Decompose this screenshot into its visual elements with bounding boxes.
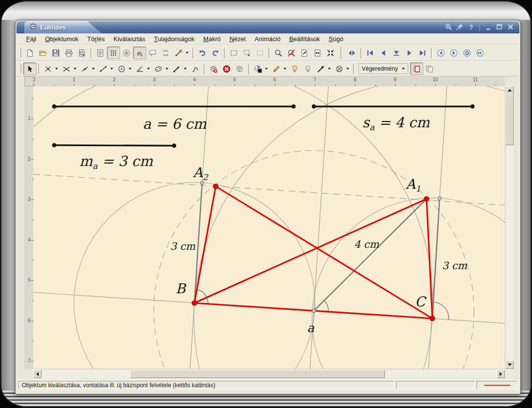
show-object-button[interactable] <box>288 62 301 75</box>
menu-sg[interactable]: Súgó <box>325 34 348 44</box>
point-ma-right[interactable] <box>172 144 177 148</box>
play-button[interactable] <box>447 46 460 59</box>
fit-page-button[interactable] <box>298 46 311 59</box>
construction-circle-B-3cm[interactable] <box>74 182 315 369</box>
foot-point-A1[interactable] <box>438 196 441 200</box>
median-segment[interactable] <box>314 199 427 311</box>
menu-kivlaszts[interactable]: Kiválasztás <box>109 34 149 44</box>
dropdown-arrow-icon[interactable] <box>328 68 331 70</box>
vertical-scrollbar[interactable] <box>505 86 514 369</box>
save-button[interactable] <box>49 46 62 59</box>
point-ma-left[interactable] <box>52 143 57 148</box>
step-first-button[interactable] <box>364 46 377 59</box>
step-next-button[interactable] <box>403 46 416 59</box>
menu-belltsok[interactable]: Beállítások <box>285 34 325 44</box>
vertical-scroll-thumb[interactable] <box>505 94 514 145</box>
vector-tool-button[interactable] <box>170 62 183 75</box>
dropdown-arrow-icon[interactable] <box>92 68 95 70</box>
angle-arc-M[interactable] <box>324 301 328 312</box>
copy-view-button[interactable] <box>423 62 436 75</box>
undo-button[interactable] <box>196 46 209 59</box>
fit-drawing-button[interactable] <box>324 46 337 59</box>
base-point-button[interactable] <box>120 46 133 59</box>
vertex-C[interactable] <box>430 316 435 321</box>
redo-button[interactable] <box>209 46 222 59</box>
angle-tool-button[interactable] <box>133 62 147 75</box>
curve-tool-button[interactable] <box>189 62 202 75</box>
comment-button[interactable] <box>146 46 159 59</box>
fit-width-button[interactable] <box>311 46 324 59</box>
dropdown-arrow-icon[interactable] <box>184 68 187 70</box>
menu-makr[interactable]: Makró <box>199 34 225 44</box>
side-C-A1[interactable] <box>427 199 432 318</box>
euclidean-steps-toggle[interactable]: e2 <box>133 46 146 59</box>
select-tool-button[interactable] <box>23 62 36 75</box>
parallel-line-3cm[interactable] <box>33 174 505 205</box>
menu-trls[interactable]: Törlés <box>83 34 109 44</box>
color-button[interactable] <box>251 62 265 75</box>
label-4cm[interactable]: 4 cm <box>354 239 379 250</box>
midpoint-M[interactable] <box>312 309 315 312</box>
step-stop-button[interactable] <box>390 46 403 59</box>
dropdown-arrow-icon[interactable] <box>129 68 132 70</box>
dropdown-arrow-icon[interactable] <box>283 68 286 70</box>
geometry-svg[interactable]: a = 6 cmsa = 4 cmma = 3 cmA2A1BCa3 cm4 c… <box>33 86 505 369</box>
label-ma-given[interactable]: ma = 3 cm <box>79 153 153 171</box>
height-segment-C[interactable] <box>432 198 440 318</box>
point-a-left[interactable] <box>52 105 57 109</box>
label-A2[interactable]: A2 <box>192 165 208 182</box>
dropdown-arrow-icon[interactable] <box>74 68 76 70</box>
step-last-button[interactable] <box>416 46 429 59</box>
title-bar[interactable]: Euklides ? <box>16 21 519 33</box>
dropdown-arrow-icon[interactable] <box>402 68 405 70</box>
print-preview-button[interactable] <box>75 46 89 59</box>
print-button[interactable] <box>62 46 75 59</box>
label-a-given[interactable]: a = 6 cm <box>143 116 207 132</box>
intersection-tool-button[interactable] <box>42 62 55 75</box>
label-C[interactable]: C <box>415 294 427 310</box>
circle-tool-button[interactable] <box>115 62 128 75</box>
dropdown-arrow-icon[interactable] <box>346 68 349 70</box>
vertex-A2[interactable] <box>213 184 218 189</box>
menu-animci[interactable]: Animáció <box>250 34 284 44</box>
side-A2-C[interactable] <box>216 186 432 318</box>
label-A1[interactable]: A1 <box>405 176 421 194</box>
pen-style-button[interactable] <box>270 62 283 75</box>
menu-fjl[interactable]: Fájl <box>22 34 41 44</box>
final-result-frame-toggle[interactable] <box>410 62 423 75</box>
segment-tool-button[interactable] <box>97 62 110 75</box>
close-button[interactable] <box>506 23 515 33</box>
dropdown-arrow-icon[interactable] <box>147 68 150 70</box>
play-back-button[interactable] <box>434 46 447 59</box>
point-tool-button[interactable] <box>78 62 91 75</box>
label-sa-given[interactable]: sa = 4 cm <box>362 114 430 132</box>
label-B[interactable]: B <box>176 281 187 297</box>
window-help-button[interactable]: ? <box>467 23 475 33</box>
animate-toggle-button[interactable] <box>345 46 358 59</box>
point-sa-right[interactable] <box>471 105 475 109</box>
open-button[interactable] <box>36 46 49 59</box>
dropdown-arrow-icon[interactable] <box>110 68 113 70</box>
rebuild-button[interactable] <box>159 46 172 59</box>
toolbar-gripper[interactable] <box>20 64 21 74</box>
object-box-button[interactable] <box>233 62 246 75</box>
region-toggle-button[interactable] <box>253 46 266 59</box>
minimize-button[interactable] <box>484 23 492 33</box>
segment-ma-given[interactable] <box>54 145 174 146</box>
step-prev-button[interactable] <box>377 46 390 59</box>
vertex-A1[interactable] <box>424 196 429 201</box>
dropdown-arrow-icon[interactable] <box>165 68 168 70</box>
scroll-left-button[interactable] <box>33 370 42 378</box>
grid-toggle-button[interactable] <box>107 46 120 59</box>
construction-circle-C-large[interactable] <box>194 86 505 369</box>
label-a-mid[interactable]: a <box>307 321 314 335</box>
dropdown-arrow-icon[interactable] <box>265 68 268 70</box>
label-3cm-right[interactable]: 3 cm <box>442 260 467 272</box>
vertex-B[interactable] <box>192 301 197 305</box>
menu-objektumok[interactable]: Objektumok <box>41 34 83 44</box>
delete-all-button[interactable] <box>220 62 233 75</box>
arrow-style-button[interactable] <box>314 62 327 75</box>
trace-tool-button[interactable] <box>172 46 185 59</box>
play-fast-button[interactable] <box>473 46 487 59</box>
scroll-down-button[interactable] <box>505 361 514 369</box>
